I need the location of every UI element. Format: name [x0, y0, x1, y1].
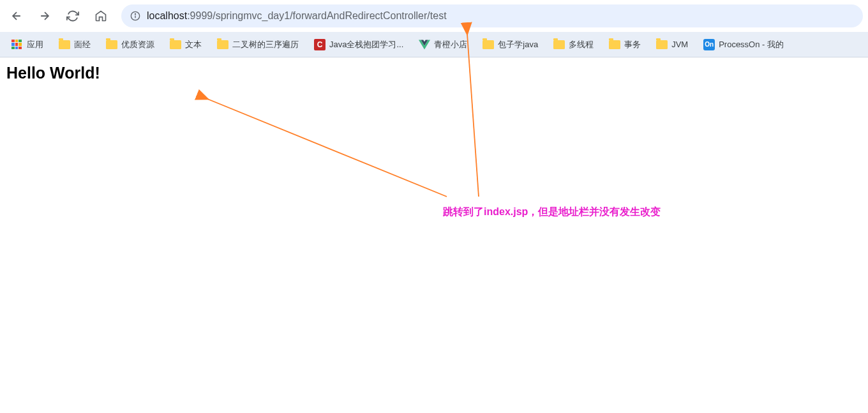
bookmark-item[interactable]: 青橙小店 [412, 35, 474, 54]
bookmark-item[interactable]: 事务 [602, 35, 647, 54]
bookmark-item[interactable]: 二叉树的三序遍历 [211, 35, 305, 54]
address-bar[interactable]: localhost:9999/springmvc_day1/forwardAnd… [121, 4, 863, 27]
bookmark-item[interactable]: 优质资源 [100, 35, 161, 54]
bookmark-item[interactable]: 面经 [52, 35, 97, 54]
csdn-icon: C [314, 39, 326, 50]
home-button[interactable] [89, 4, 112, 27]
svg-point-2 [135, 13, 135, 14]
bookmark-item[interactable]: CJava全栈抱团学习... [308, 35, 410, 54]
folder-icon [656, 40, 668, 49]
folder-icon [553, 40, 565, 49]
folder-icon [106, 40, 117, 49]
vue-icon [419, 40, 430, 50]
annotation-text: 跳转到了index.jsp，但是地址栏并没有发生改变 [443, 206, 661, 219]
page-content: Hello World! [0, 57, 868, 89]
browser-toolbar: localhost:9999/springmvc_day1/forwardAnd… [0, 0, 868, 32]
apps-label: 应用 [27, 39, 43, 50]
page-heading: Hello World! [6, 64, 862, 82]
folder-icon [609, 40, 620, 49]
apps-grid-icon [11, 40, 22, 50]
arrow-left-icon [10, 10, 23, 22]
back-button[interactable] [5, 4, 28, 27]
folder-icon [59, 40, 70, 49]
bookmark-item[interactable]: JVM [650, 36, 694, 53]
reload-button[interactable] [61, 4, 84, 27]
bookmark-item[interactable]: OnProcessOn - 我的 [697, 35, 790, 54]
forward-button[interactable] [33, 4, 56, 27]
folder-icon [217, 40, 228, 49]
folder-icon [483, 40, 494, 49]
folder-icon [170, 40, 181, 49]
url-text: localhost:9999/springmvc_day1/forwardAnd… [147, 10, 447, 22]
svg-line-4 [207, 99, 447, 197]
info-icon [130, 11, 140, 21]
arrow-right-icon [38, 10, 51, 22]
bookmarks-bar: 应用 面经 优质资源 文本 二叉树的三序遍历 CJava全栈抱团学习... 青橙… [0, 32, 868, 57]
home-icon [94, 10, 107, 22]
bookmark-item[interactable]: 包子学java [476, 35, 544, 54]
bookmark-item[interactable]: 多线程 [547, 35, 600, 54]
apps-button[interactable]: 应用 [5, 35, 50, 54]
processon-icon: On [703, 39, 715, 50]
bookmark-item[interactable]: 文本 [163, 35, 208, 54]
reload-icon [66, 10, 79, 22]
